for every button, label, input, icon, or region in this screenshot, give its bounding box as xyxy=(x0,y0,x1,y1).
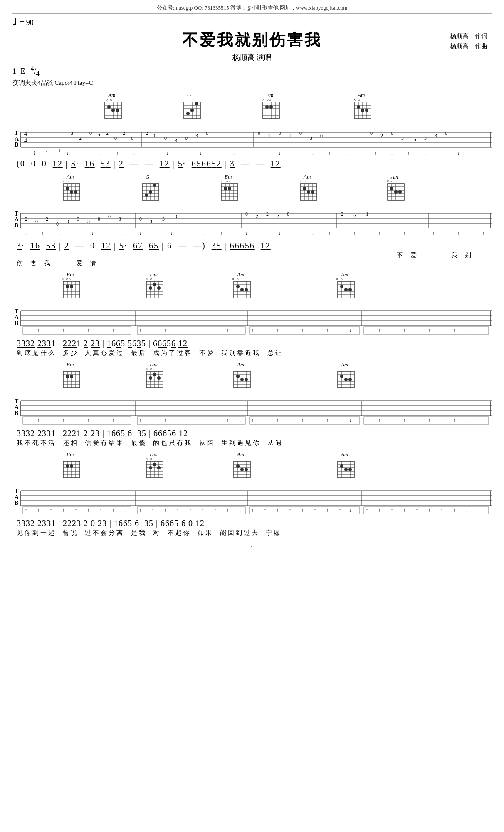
svg-text:2: 2 xyxy=(146,130,148,136)
chord-diagrams-3: Em × ○○ Dm × ○ Am × ○ xyxy=(12,271,492,302)
svg-text:↓: ↓ xyxy=(204,231,206,236)
svg-text:0: 0 xyxy=(56,221,59,227)
svg-point-176 xyxy=(303,187,306,190)
svg-text:↑: ↑ xyxy=(416,328,418,333)
svg-text:↑: ↑ xyxy=(403,328,405,333)
svg-text:↑: ↑ xyxy=(100,418,102,422)
svg-point-402 xyxy=(240,378,244,381)
svg-text:↑: ↑ xyxy=(408,151,410,156)
svg-text:↑: ↑ xyxy=(391,508,393,512)
svg-text:↑: ↑ xyxy=(220,231,222,236)
svg-text:2: 2 xyxy=(25,216,27,222)
svg-text:↑: ↑ xyxy=(453,328,455,333)
svg-rect-365 xyxy=(364,327,489,334)
svg-text:2: 2 xyxy=(414,138,416,144)
svg-text:0: 0 xyxy=(185,135,188,141)
svg-text:↑: ↑ xyxy=(432,231,435,236)
svg-text:×: × xyxy=(299,179,302,184)
svg-text:↑: ↑ xyxy=(87,508,89,512)
svg-text:↑: ↑ xyxy=(403,508,405,512)
svg-text:↑: ↑ xyxy=(391,328,393,333)
svg-text:B: B xyxy=(15,142,18,148)
svg-point-163 xyxy=(224,187,227,190)
svg-text:0: 0 xyxy=(299,130,302,136)
svg-text:4: 4 xyxy=(24,131,27,137)
lyrics-line-5: 见你到一起 曾说 过不会分离 是我 对 不起你 如果 能回到过去 宁愿 xyxy=(17,529,492,537)
svg-text:×: × xyxy=(146,277,148,281)
svg-text:↑: ↑ xyxy=(378,508,380,512)
svg-text:3: 3 xyxy=(435,133,437,139)
svg-point-503 xyxy=(240,468,244,471)
svg-text:↑: ↑ xyxy=(112,328,114,333)
svg-text:↑: ↑ xyxy=(470,231,472,236)
svg-text:↑: ↑ xyxy=(374,151,376,156)
svg-text:↑: ↑ xyxy=(187,231,189,236)
note-symbol: ♩ xyxy=(12,17,17,28)
svg-text:↑: ↑ xyxy=(50,328,52,333)
svg-point-313 xyxy=(344,288,348,291)
svg-text:3: 3 xyxy=(424,135,427,141)
svg-text:3: 3 xyxy=(77,216,79,222)
svg-text:↑: ↑ xyxy=(378,328,380,333)
svg-text:↑: ↑ xyxy=(295,151,297,156)
svg-text:↑: ↑ xyxy=(453,418,455,422)
svg-text:↑: ↑ xyxy=(441,418,443,422)
svg-text:↑: ↑ xyxy=(301,328,304,333)
svg-text:0: 0 xyxy=(98,216,100,222)
svg-text:↑: ↑ xyxy=(326,508,329,512)
svg-text:↑: ↑ xyxy=(403,231,405,236)
svg-text:○: ○ xyxy=(340,277,343,281)
svg-text:↑: ↑ xyxy=(214,328,216,333)
svg-point-38 xyxy=(269,105,273,109)
svg-point-52 xyxy=(361,109,364,112)
svg-text:○: ○ xyxy=(358,97,360,102)
svg-point-23 xyxy=(186,112,190,115)
svg-text:♩: ♩ xyxy=(58,148,60,153)
svg-point-501 xyxy=(236,464,240,468)
svg-text:↑: ↑ xyxy=(252,508,254,512)
key-info: 1=E 4/4 xyxy=(12,65,40,77)
svg-text:↑: ↑ xyxy=(262,151,264,156)
svg-text:↑: ↑ xyxy=(150,151,152,156)
svg-point-389 xyxy=(153,373,156,376)
svg-point-489 xyxy=(149,466,152,469)
svg-text:3: 3 xyxy=(162,216,165,222)
svg-text:↑: ↑ xyxy=(301,418,304,422)
chord-diagrams-2: Am × ○ G Em × ○○ xyxy=(12,173,492,204)
svg-text:4: 4 xyxy=(24,137,27,144)
svg-text:↓: ↓ xyxy=(239,328,241,333)
svg-text:↑: ↑ xyxy=(264,508,266,512)
svg-text:×: × xyxy=(106,97,109,102)
svg-text:○○: ○○ xyxy=(225,179,230,184)
svg-text:↑: ↑ xyxy=(214,508,216,512)
lyrics-line-2: 不爱 我别伤害我 爱情 xyxy=(17,251,492,267)
svg-text:○: ○ xyxy=(236,277,239,281)
tempo-line: ♩ = 90 xyxy=(12,17,492,28)
svg-text:○: ○ xyxy=(150,457,152,461)
page-number: 1 xyxy=(12,545,492,552)
svg-text:↑: ↑ xyxy=(216,151,218,156)
svg-text:↑: ↑ xyxy=(366,418,368,422)
svg-text:↑: ↑ xyxy=(428,328,430,333)
svg-text:↑: ↑ xyxy=(164,508,166,512)
svg-text:↑: ↑ xyxy=(42,231,44,236)
header-bar: 公众号:musegtp QQ: 731335515 微博：@小叶歌吉他 网址：w… xyxy=(12,4,492,14)
svg-point-299 xyxy=(240,288,244,291)
svg-text:○: ○ xyxy=(67,179,69,184)
svg-text:↑: ↑ xyxy=(301,508,304,512)
svg-text:↑: ↑ xyxy=(262,231,264,236)
svg-text:↑: ↑ xyxy=(403,418,405,422)
svg-text:↑: ↑ xyxy=(189,508,191,512)
svg-point-400 xyxy=(236,375,240,378)
svg-text:↑: ↑ xyxy=(227,418,229,422)
svg-text:↑: ↑ xyxy=(441,151,443,156)
svg-text:Em: Em xyxy=(66,361,74,368)
svg-text:0: 0 xyxy=(154,133,156,139)
svg-point-271 xyxy=(70,285,73,288)
svg-text:↓: ↓ xyxy=(67,151,69,156)
svg-text:↑: ↑ xyxy=(366,328,368,333)
svg-text:×: × xyxy=(336,277,338,281)
svg-text:3: 3 xyxy=(175,138,177,144)
svg-text:0: 0 xyxy=(245,211,248,217)
svg-text:G: G xyxy=(187,92,191,98)
